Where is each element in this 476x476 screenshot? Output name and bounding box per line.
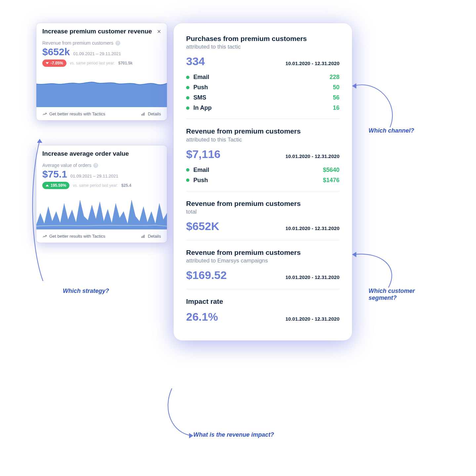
annotation-strategy: Which strategy? [63,288,109,295]
svg-rect-1 [143,113,143,115]
channel-name: Push [193,177,208,184]
section-value: $652K [186,220,219,233]
compare-label: vs. same period last year: [70,61,115,65]
section-revenue-total: Revenue from premium customers total $65… [186,191,339,240]
dot-icon [186,76,189,79]
channel-list: Email 228 Push 50 SMS 56 In App 16 [186,74,339,111]
svg-marker-9 [189,433,193,438]
delta-value: -7.05% [51,61,63,65]
svg-marker-7 [352,83,356,89]
section-value: $169.52 [186,269,227,282]
annotation-arrow [350,250,403,293]
caret-up-icon [46,184,49,186]
annotation-channel: Which channel? [369,127,414,134]
strategy-card-revenue: Increase premium customer revenue × Reve… [36,23,167,120]
section-title: Revenue from premium customers [186,127,339,136]
section-title: Revenue from premium customers [186,248,339,257]
dot-icon [186,86,189,89]
delta-value: 195.59% [51,183,66,188]
help-icon[interactable]: ? [115,41,120,46]
svg-marker-6 [37,139,42,143]
details-link[interactable]: Details [141,111,161,116]
section-date: 10.01.2020 - 12.31.2020 [286,153,339,159]
svg-rect-3 [142,236,142,238]
channel-value: 16 [333,104,339,111]
channel-row: Email 228 [186,74,339,81]
channel-name: In App [193,104,212,111]
svg-rect-0 [142,114,142,116]
section-date: 10.01.2020 - 12.31.2020 [286,274,339,280]
channel-row: SMS 56 [186,94,339,101]
channel-list: Email $5640 Push $1476 [186,167,339,184]
section-impact: Impact rate 26.1% 10.01.2020 - 12.31.202… [186,289,339,331]
metric-value: $75.1 [42,169,67,180]
annotation-segment: Which customer segment? [369,288,428,301]
channel-value: $1476 [323,177,339,184]
section-date: 10.01.2020 - 12.31.2020 [286,316,339,322]
svg-rect-5 [144,235,145,238]
section-title: Purchases from premium customers [186,34,339,43]
metric-label: Revenue from premium customers [42,40,113,46]
section-subtitle: attributed to this tactic [186,44,339,50]
svg-marker-8 [352,252,356,257]
section-subtitle: attributed to this Tactic [186,137,339,143]
section-date: 10.01.2020 - 12.31.2020 [286,225,339,231]
channel-value: 228 [330,74,339,81]
mini-chart [36,193,167,229]
section-date: 10.01.2020 - 12.31.2020 [286,60,339,66]
metric-date-range: 01.09.2021 – 29.11.2021 [73,51,121,56]
channel-name: Email [193,74,209,81]
channel-row: Push 50 [186,84,339,91]
card-title: Increase premium customer revenue [42,28,152,35]
dot-icon [186,96,189,99]
bar-chart-icon [141,234,145,239]
annotation-arrow [162,387,202,440]
channel-value: $5640 [323,167,339,174]
compare-label: vs. same period last year: [73,183,118,188]
svg-rect-2 [144,112,145,115]
compare-value: $25.4 [121,183,131,188]
section-value: $7,116 [186,148,220,161]
section-subtitle: attributed to Emarsys campaigns [186,258,339,264]
section-value: 334 [186,55,205,68]
dot-icon [186,106,189,110]
card-title: Increase average order value [42,150,129,157]
section-subtitle: total [186,209,339,215]
tactics-link[interactable]: Get better results with Tactics [42,111,105,116]
channel-name: Email [193,167,209,174]
close-icon[interactable]: × [157,28,161,35]
metric-label: Average value of orders [42,163,91,168]
annotation-impact: What is the revenue impact? [193,431,274,438]
section-title: Impact rate [186,297,339,306]
section-value: 26.1% [186,310,218,323]
dot-icon [186,168,189,172]
section-purchases: Purchases from premium customers attribu… [186,34,339,119]
channel-value: 50 [333,84,339,91]
bar-chart-icon [141,112,145,116]
caret-down-icon [46,62,49,64]
channel-row: Email $5640 [186,167,339,174]
channel-name: SMS [193,94,206,101]
section-title: Revenue from premium customers [186,199,339,208]
tactics-link[interactable]: Get better results with Tactics [42,234,105,239]
compare-value: $701.5k [118,61,133,65]
details-link[interactable]: Details [141,234,161,239]
channel-value: 56 [333,94,339,101]
help-icon[interactable]: ? [93,163,98,168]
delta-badge: -7.05% [42,60,66,67]
tactic-detail-panel: Purchases from premium customers attribu… [174,23,352,340]
section-revenue-emarsys: Revenue from premium customers attribute… [186,240,339,289]
strategy-card-aov: Increase average order value Average val… [36,145,167,243]
annotation-arrow [350,79,403,132]
channel-row: Push $1476 [186,177,339,184]
delta-badge: 195.59% [42,182,69,189]
trend-up-icon [42,234,47,239]
channel-name: Push [193,84,208,91]
section-revenue-tactic: Revenue from premium customers attribute… [186,119,339,191]
metric-value: $652k [42,46,70,58]
trend-up-icon [42,112,47,116]
dot-icon [186,178,189,182]
metric-date-range: 01.09.2021 – 29.11.2021 [70,174,118,178]
svg-rect-4 [143,235,143,238]
mini-chart [36,71,167,107]
